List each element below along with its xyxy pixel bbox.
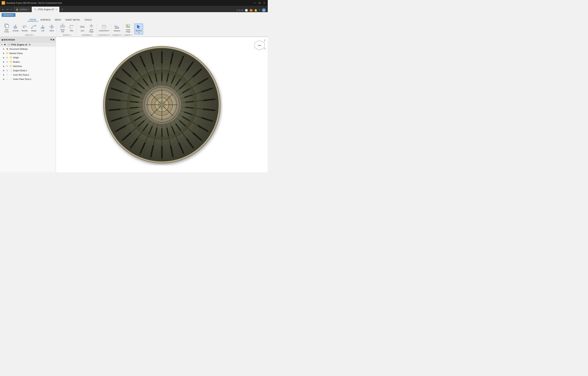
minimize-button[interactable]: — — [253, 1, 257, 5]
loft-icon — [40, 24, 45, 30]
sketches-visibility[interactable]: 👁 — [6, 65, 9, 68]
help-icon[interactable]: ? — [259, 9, 260, 12]
tab-vtol[interactable]: 🔧 VTOL Engine v2* ✕ — [32, 7, 59, 12]
tab-lock-icon: 🔒 — [16, 8, 18, 10]
move-label: Move — [50, 30, 54, 32]
mode-bar: DESIGN ▾ — [0, 12, 268, 18]
close-button[interactable]: ✕ — [262, 1, 266, 5]
svg-text:Z: Z — [265, 39, 265, 41]
joint-button[interactable]: Joint — [78, 22, 87, 33]
tab-mesh[interactable]: MESH — [53, 18, 63, 21]
tab-solid[interactable]: SOLID — [27, 18, 38, 21]
extrude-button[interactable]: Extrude — [11, 22, 20, 33]
ribbon-tabs: SOLID SURFACE MESH SHEET METAL TOOLS — [0, 18, 268, 22]
browser-item-sketches[interactable]: ▶ 👁 📁 Sketches — [0, 64, 56, 68]
insert-button[interactable]: InsertImage — [124, 22, 132, 33]
construct-button[interactable]: CONSTRUCT — [100, 22, 108, 33]
browser-collapse-icon[interactable]: ◀ — [1, 38, 3, 41]
sweep-button[interactable]: Sweep — [29, 22, 38, 33]
select-icon — [136, 24, 141, 30]
new-tab-button[interactable]: + — [59, 7, 65, 12]
ribbon-group-inspect: Measure INSPECT ▾ — [112, 22, 122, 36]
browser-item-engine-body[interactable]: ▶ 👁 □ Engine Body:1 — [0, 68, 56, 73]
move-button[interactable]: Move — [47, 22, 56, 33]
root-arrow: ▼ — [1, 44, 3, 46]
app-logo: A — [1, 1, 5, 5]
inspect-icon — [114, 24, 120, 30]
outer-plate-visibility[interactable]: 👁 — [6, 78, 9, 81]
ribbon-group-create: + NewComp. Extrude — [1, 22, 57, 36]
joint-origin-button[interactable]: JointOrigin — [87, 22, 96, 33]
loft-button[interactable]: Loft — [38, 22, 47, 33]
viewcube[interactable]: TOP Z X — [254, 39, 265, 51]
redo-button[interactable]: ↪ — [5, 8, 9, 11]
viewport[interactable]: TOP Z X — [56, 37, 268, 172]
tab-surface[interactable]: SURFACE — [38, 18, 53, 21]
origin-visibility[interactable]: 👁 — [6, 56, 9, 59]
design-mode-button[interactable]: DESIGN ▾ — [1, 13, 15, 17]
svg-rect-78 — [161, 52, 163, 63]
joint-icon — [80, 24, 85, 30]
joint-origin-icon — [89, 23, 94, 29]
viewcube-svg: TOP Z X — [254, 39, 265, 51]
move-icon — [49, 24, 54, 30]
new-component-label: NewComp. — [4, 29, 9, 33]
outer-plate-label: Outer Plate Tools:1 — [13, 78, 31, 80]
inner-rib-visibility[interactable]: 👁 — [6, 73, 9, 76]
notification-badge: 1 — [249, 9, 253, 11]
design-chevron: ▾ — [12, 14, 13, 16]
named-views-folder-icon: 📁 — [6, 52, 9, 55]
maximize-button[interactable]: ⧉ — [257, 1, 261, 5]
tab-bar: ↩ ↪ ▾ 🔒 Untitled ✕ 🔧 VTOL Engine v2* ✕ +… — [0, 6, 268, 12]
construct-label: CONSTRUCT — [99, 30, 109, 32]
title-bar: A Autodesk Fusion 360 (Personal - Not fo… — [0, 0, 268, 6]
bodies-arrow: ▶ — [3, 61, 5, 63]
inspect-button[interactable]: Measure — [113, 22, 121, 33]
browser-header: ◀ BROWSER ⚙ ▶ — [0, 37, 56, 42]
sketches-arrow: ▶ — [3, 65, 5, 67]
browser-item-root[interactable]: ▼ 👁 ⬡ VTOL Engine v2 ⚙ — [0, 42, 56, 47]
ribbon-group-construct: CONSTRUCT CONSTRUCT ▾ — [97, 22, 111, 36]
browser-item-inner-rib[interactable]: ▶ 👁 □ Inner Rib Tools:1 — [0, 73, 56, 77]
tab-untitled[interactable]: 🔒 Untitled ✕ — [13, 7, 32, 12]
browser-item-named-views[interactable]: ▶ 📁 Named Views — [0, 51, 56, 55]
revolve-button[interactable]: Revolve — [20, 22, 29, 33]
tab-vtol-icon: 🔧 — [34, 8, 36, 10]
create-buttons: + NewComp. Extrude — [2, 22, 56, 34]
construct-icon — [101, 24, 107, 30]
root-visibility[interactable]: 👁 — [3, 43, 6, 46]
user-avatar[interactable]: JN — [262, 8, 266, 12]
tab-untitled-close[interactable]: ✕ — [28, 8, 29, 10]
new-component-button[interactable]: + NewComp. — [2, 22, 11, 33]
browser-item-outer-plate[interactable]: ▶ 👁 □ Outer Plate Tools:1 — [0, 77, 56, 81]
tab-sheet-metal[interactable]: SHEET METAL — [63, 18, 82, 21]
browser-item-doc-settings[interactable]: ▶ ⚙ Document Settings — [0, 47, 56, 51]
select-button[interactable]: SELECT ▾ — [134, 23, 143, 34]
root-settings-icon[interactable]: ⚙ — [29, 43, 31, 46]
engine-body-visibility[interactable]: 👁 — [6, 69, 9, 72]
doc-settings-icon: ⚙ — [6, 47, 9, 51]
svg-marker-24 — [62, 23, 63, 24]
tab-tools[interactable]: TOOLS — [83, 18, 94, 21]
browser-panel: ◀ BROWSER ⚙ ▶ ▼ 👁 ⬡ VTOL Engine v2 ⚙ ▶ ⚙… — [0, 37, 56, 172]
bodies-visibility[interactable]: 👁 — [6, 60, 9, 63]
fillet-button[interactable]: Fillet — [67, 22, 76, 33]
ribbon: + NewComp. Extrude — [0, 22, 268, 37]
new-component-icon: + — [4, 23, 10, 29]
undo-button[interactable]: ↩ — [1, 8, 5, 11]
browser-settings-icon[interactable]: ⚙ — [50, 38, 52, 41]
bell-icon[interactable]: 🔔 — [254, 9, 257, 12]
tab-vtol-close[interactable]: ✕ — [55, 8, 57, 10]
title-bar-controls: — ⧉ ✕ — [253, 1, 266, 5]
browser-expand-icon[interactable]: ▶ — [53, 38, 54, 41]
outer-plate-arrow: ▶ — [3, 78, 5, 80]
more-button[interactable]: ▾ — [10, 8, 12, 11]
origin-label: Origin — [13, 56, 19, 59]
browser-item-bodies[interactable]: ▶ 👁 📁 Bodies — [0, 60, 56, 64]
named-views-arrow: ▶ — [3, 52, 5, 54]
browser-item-origin[interactable]: ▶ 👁 📁 Origin — [0, 55, 56, 60]
press-pull-label: PressPull — [60, 29, 65, 33]
inspect-buttons: Measure — [113, 22, 121, 34]
main-layout: ◀ BROWSER ⚙ ▶ ▼ 👁 ⬡ VTOL Engine v2 ⚙ ▶ ⚙… — [0, 37, 268, 172]
press-pull-button[interactable]: PressPull — [58, 22, 67, 33]
